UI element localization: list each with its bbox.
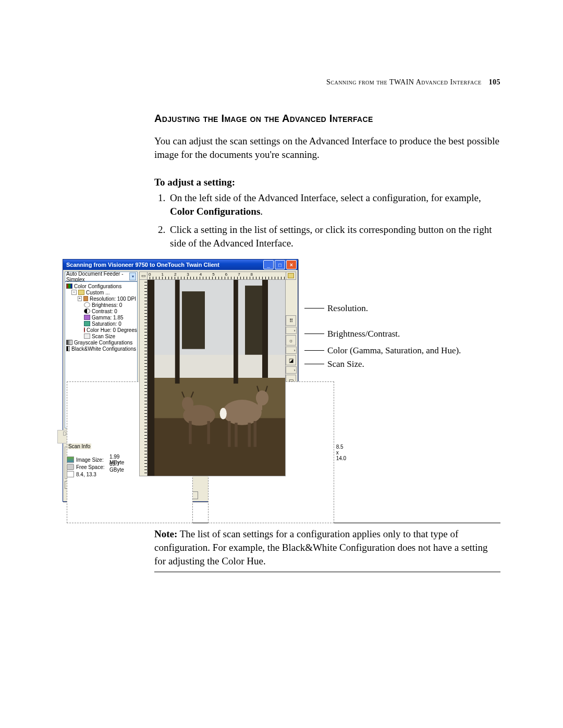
color-tool-button[interactable]: ◪: [286, 355, 296, 365]
section-title: Adjusting the Image on the Advanced Inte…: [154, 113, 500, 125]
vertical-ruler: [139, 280, 148, 476]
image-size-label: Image Size:: [76, 457, 107, 463]
note-text: The list of scan settings for a configur…: [154, 528, 488, 566]
resolution-icon: [83, 296, 88, 301]
running-header: Scanning from the TWAIN Advanced Interfa…: [63, 78, 500, 87]
tree-bw[interactable]: Black&White Configurations: [71, 346, 136, 352]
svg-rect-9: [245, 286, 262, 355]
hue-icon: [84, 327, 85, 332]
tree-resolution[interactable]: Resolution: 100 DPI: [90, 296, 136, 302]
tree-grayscale[interactable]: Grayscale Configurations: [74, 340, 132, 346]
step-2: Click a setting in the list of settings,…: [168, 223, 500, 250]
chevron-down-icon: ▾: [129, 273, 136, 280]
contrast-icon: [84, 309, 90, 314]
image-size-icon: [67, 456, 74, 463]
horizontal-ruler: 012345678: [148, 272, 286, 280]
tree-brightness[interactable]: Brightness: 0: [92, 302, 122, 308]
svg-rect-4: [148, 280, 154, 476]
preview-image: [148, 280, 285, 476]
twain-dialog: Scanning from Visioneer 9750 to OneTouch…: [63, 259, 298, 502]
brightness-icon: [84, 302, 90, 307]
callout-brightness: Brightness/Contrast.: [304, 328, 500, 340]
step-1-bold: Color Configurations: [170, 206, 260, 217]
expand-icon[interactable]: +: [78, 296, 82, 301]
scan-info-pagesize: 8.5 x 14.0: [336, 444, 346, 461]
color-config-icon: [66, 283, 72, 289]
resolution-flyout-button[interactable]: ›: [286, 327, 297, 334]
callout-scansize: Scan Size.: [304, 359, 500, 370]
preview-area[interactable]: [148, 280, 286, 476]
page-number: 105: [489, 78, 501, 86]
saturation-icon: [84, 321, 90, 326]
svg-rect-5: [175, 280, 180, 384]
dialog-title: Scanning from Visioneer 9750 to OneTouch…: [66, 262, 219, 268]
ruler-numbers: 012345678: [149, 272, 263, 277]
resolution-tool-button[interactable]: ⠿: [286, 315, 296, 326]
open-file-button[interactable]: [286, 272, 296, 280]
svg-rect-12: [207, 421, 210, 444]
tree-contrast[interactable]: Contrast: 0: [92, 309, 117, 314]
note-block: Note: The list of scan settings for a co…: [154, 523, 500, 572]
color-flyout-button[interactable]: ›: [286, 366, 297, 374]
collapse-icon[interactable]: −: [71, 290, 77, 295]
svg-rect-8: [182, 292, 205, 350]
tree-color-configs[interactable]: Color Configurations: [74, 283, 121, 289]
source-dropdown[interactable]: Auto Document Feeder - Simplex ▾: [65, 272, 138, 281]
scansize-icon: [84, 334, 90, 339]
free-space-icon: [67, 464, 74, 470]
scan-info-group: Scan Info 0.0, 0.0 8.5 x 14.0 Image Size…: [65, 447, 138, 479]
scan-info-legend: Scan Info: [67, 443, 91, 449]
gamma-icon: [84, 315, 90, 320]
step-1-text-c: .: [260, 206, 263, 217]
minimize-button[interactable]: _: [263, 260, 274, 269]
svg-rect-15: [228, 421, 231, 447]
tree-gamma[interactable]: Gamma: 1.85: [92, 315, 124, 320]
brightness-tool-button[interactable]: ☼: [286, 335, 296, 346]
step-1-text-a: On the left side of the Advanced Interfa…: [170, 192, 481, 203]
running-header-text: Scanning from the TWAIN Advanced Interfa…: [326, 78, 482, 86]
folder-icon: [288, 273, 294, 278]
svg-rect-7: [262, 280, 268, 378]
svg-rect-18: [248, 423, 251, 447]
subheading: To adjust a setting:: [154, 176, 500, 189]
callout-list: Resolution. Brightness/Contrast. Color (…: [304, 259, 500, 372]
tree-saturation[interactable]: Saturation: 0: [92, 321, 121, 327]
svg-rect-6: [234, 280, 238, 384]
source-dropdown-value: Auto Document Feeder - Simplex: [66, 271, 129, 282]
svg-point-21: [220, 408, 227, 419]
scan-info-zoom: 8.4, 13.3: [76, 472, 96, 477]
brightness-flyout-button[interactable]: ›: [286, 347, 297, 354]
tree-scansize[interactable]: Scan Size: [92, 334, 115, 339]
svg-point-13: [182, 397, 193, 411]
svg-rect-16: [254, 421, 257, 447]
bw-config-icon: [66, 346, 70, 351]
close-button[interactable]: ×: [286, 260, 297, 269]
steps-list: On the left side of the Advanced Interfa…: [154, 191, 500, 250]
free-space-label: Free Space:: [76, 464, 107, 470]
intro-paragraph: You can adjust the scan settings on the …: [154, 134, 500, 161]
free-space-value: 69.7 GByte: [109, 461, 136, 473]
dialog-titlebar[interactable]: Scanning from Visioneer 9750 to OneTouch…: [63, 260, 298, 270]
tree-custom[interactable]: Custom ...: [86, 290, 110, 295]
callout-resolution: Resolution.: [304, 303, 500, 314]
svg-rect-17: [235, 423, 238, 447]
zoom-icon: [67, 471, 74, 477]
note-label: Note:: [154, 528, 177, 539]
maximize-button[interactable]: □: [275, 260, 285, 269]
step-1: On the left side of the Advanced Interfa…: [168, 191, 500, 218]
grayscale-config-icon: [66, 340, 72, 345]
folder-icon: [78, 290, 84, 295]
svg-rect-3: [148, 418, 285, 476]
tree-hue[interactable]: Color Hue: 0 Degrees: [87, 327, 137, 333]
callout-color: Color (Gamma, Saturation, and Hue).: [304, 345, 500, 356]
svg-rect-11: [189, 421, 192, 444]
ruler-corner-icon: ▭: [139, 272, 148, 280]
svg-rect-20: [258, 402, 262, 410]
